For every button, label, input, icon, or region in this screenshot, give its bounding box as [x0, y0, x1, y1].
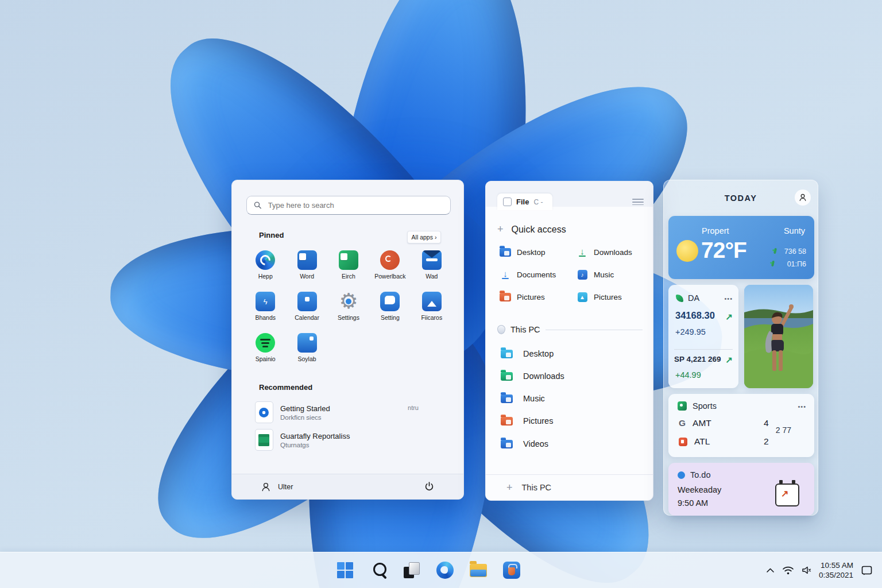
app-label: Calendar — [295, 314, 319, 321]
sports-icon — [678, 401, 687, 411]
all-apps-button[interactable]: All apps › — [407, 231, 441, 243]
excel-icon — [339, 250, 358, 270]
weather-temperature: 72°F — [701, 238, 746, 263]
user-name: Ulter — [278, 483, 293, 491]
task-view-icon — [404, 562, 420, 578]
weather-condition: Sunty — [784, 226, 805, 235]
taskbar-search-button[interactable] — [369, 561, 388, 579]
profile-button[interactable] — [795, 189, 811, 206]
pinned-app-powerlback[interactable]: Powerlback — [369, 248, 411, 289]
sports-widget[interactable]: Sports ••• G AMT 4 2 77 ATL 2 — [668, 394, 814, 457]
edge-browser-button[interactable] — [436, 561, 454, 579]
pc-label: Music — [523, 394, 545, 403]
this-pc-header[interactable]: This PC — [497, 325, 643, 334]
menu-button[interactable] — [632, 197, 644, 207]
pinned-app-calendar[interactable]: Calendar — [286, 289, 327, 331]
quick-access-header[interactable]: + Quick access — [497, 223, 566, 235]
stock-value: 34168.30 — [675, 310, 715, 321]
pinned-app-soylab[interactable]: Soylab — [286, 331, 327, 372]
todo-event: Weekeaday — [678, 485, 721, 494]
spreadsheet-icon — [255, 429, 273, 451]
app-label: Powerlback — [374, 273, 405, 280]
pc-item-videos[interactable]: Videos — [501, 439, 548, 448]
app-label: Spainio — [256, 355, 276, 362]
explorer-tab[interactable]: File C - — [497, 194, 552, 210]
stocks-widget[interactable]: DA ••• 34168.30 ↗ +249.95 SP 4,221 269 ↗… — [668, 285, 738, 388]
store-button[interactable] — [502, 561, 521, 579]
weather-stat: 01:П6 — [787, 260, 806, 268]
qa-item-pictures[interactable]: Pictures — [500, 291, 545, 303]
sprout-icon — [773, 248, 777, 254]
taskbar-icons — [336, 552, 521, 588]
recommended-item-quarterly-report[interactable]: Guartafly Reportaliss Qturnatgs — [255, 427, 444, 452]
todo-widget[interactable]: To.do Weekeaday 9:50 AM — [668, 463, 814, 516]
pc-item-pictures[interactable]: Pictures — [501, 416, 553, 425]
pc-item-desktop[interactable]: Desktop — [501, 349, 554, 358]
pc-item-music[interactable]: Music — [501, 394, 545, 403]
chevron-right-icon: › — [435, 234, 437, 241]
pinned-app-setting[interactable]: Setting — [369, 289, 411, 331]
checkbox-icon[interactable] — [503, 198, 512, 206]
pinned-app-fiicaros[interactable]: Fiicaros — [411, 289, 452, 331]
pc-label: Pictures — [523, 416, 553, 425]
stock-symbol: DA — [688, 293, 699, 303]
start-button[interactable] — [336, 561, 354, 579]
photo-widget[interactable] — [744, 285, 813, 388]
drop-icon — [497, 325, 505, 334]
recommended-item-getting-started[interactable]: Getting Starled Dorkficn siecs ntru — [255, 400, 444, 425]
pinned-app-wad[interactable]: Wad — [411, 248, 452, 289]
footer-this-pc-label: This PC — [522, 483, 552, 492]
search-icon — [373, 563, 386, 576]
atl-team-icon — [679, 438, 687, 446]
qa-item-documents[interactable]: ↓ Documents — [500, 269, 556, 280]
weather-title: Propert — [702, 226, 729, 235]
photo-image — [744, 285, 813, 388]
pinned-app-spainio[interactable]: Spainio — [245, 331, 286, 372]
trend-up-icon: ↗ — [725, 355, 733, 365]
taskbar-clock[interactable]: 10:55 AM 0:35/2021 — [819, 560, 853, 580]
search-box[interactable] — [246, 196, 451, 215]
qa-item-desktop[interactable]: Desktop — [500, 246, 546, 258]
search-input[interactable] — [267, 200, 443, 210]
more-options-button[interactable]: ••• — [724, 295, 733, 302]
blue-tile-icon — [297, 333, 317, 353]
excel-badge — [341, 253, 347, 260]
edge-browser-icon — [256, 250, 275, 270]
team-name: ATL — [694, 436, 710, 447]
qa-item-downloads[interactable]: ↓ Downloads — [577, 246, 632, 258]
photos-icon — [422, 292, 442, 311]
explorer-footer[interactable]: + This PC — [486, 474, 653, 500]
pinned-app-hepp[interactable]: Hepp — [245, 248, 286, 289]
weather-widget[interactable]: Propert Sunty 72°F 736 58 01:П6 — [668, 216, 814, 279]
green-download-icon: ↓ — [577, 246, 588, 258]
qa-item-pictures-2[interactable]: ▲ Pictures — [577, 291, 622, 303]
notification-icon[interactable] — [861, 565, 873, 576]
app-label: Wad — [425, 273, 438, 280]
pinned-app-settings[interactable]: ⚙ Settings — [328, 289, 369, 331]
pinned-app-bhands[interactable]: ϟ Bhands — [245, 289, 286, 331]
cyan-folder-icon — [501, 350, 513, 358]
more-options-button[interactable]: ••• — [798, 403, 806, 410]
recommended-subtitle: Dorkficn siecs — [280, 414, 330, 421]
power-button[interactable] — [424, 481, 435, 492]
chevron-up-icon[interactable] — [766, 567, 775, 574]
file-explorer-button[interactable] — [469, 561, 488, 579]
speaker-icon[interactable] — [802, 566, 811, 575]
pinned-app-eirch[interactable]: Eirch — [328, 248, 369, 289]
recommended-section-label: Recommended — [259, 383, 312, 392]
team-badge: G — [679, 418, 686, 428]
app-label: Fiicaros — [421, 314, 442, 321]
pc-item-downloads[interactable]: Downloads — [501, 372, 564, 381]
todo-title: To.do — [690, 470, 710, 479]
qa-item-music[interactable]: ♪ Music — [577, 269, 614, 280]
wifi-icon[interactable] — [782, 566, 794, 575]
pinned-app-word[interactable]: Word — [286, 248, 327, 289]
app-label: Bhands — [255, 314, 276, 321]
qa-label: Pictures — [517, 293, 545, 301]
pinned-apps-grid: Hepp Word Eirch Powerlback Wad ϟ Bhands — [245, 248, 452, 372]
user-account-button[interactable]: Ulter — [261, 482, 293, 492]
recommended-text: Guartafly Reportaliss Qturnatgs — [280, 432, 350, 448]
stock-icon — [676, 295, 683, 302]
recommended-subtitle: Qturnatgs — [280, 442, 350, 448]
task-view-button[interactable] — [403, 561, 421, 579]
